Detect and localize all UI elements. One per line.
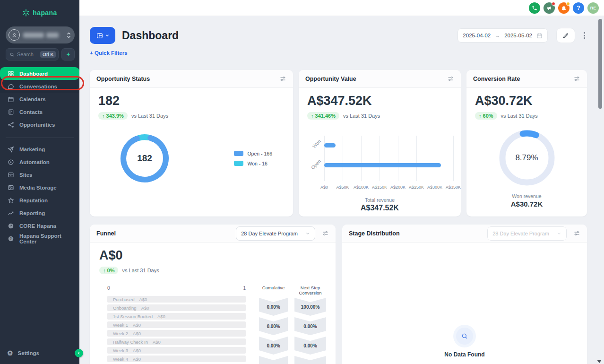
notifications-button[interactable] xyxy=(558,2,569,14)
user-avatar[interactable]: RE xyxy=(587,2,599,14)
funnel-stage-value: A$0 xyxy=(157,314,165,319)
funnel-axis-min: 0 xyxy=(107,286,110,292)
conversion-gauge-chart: 8.79% xyxy=(496,127,558,189)
compare-label: vs Last 31 Days xyxy=(131,113,168,119)
sidebar-item-automation[interactable]: Automation xyxy=(0,156,79,168)
sidebar-item-label: Marketing xyxy=(19,147,45,152)
card-settings-icon[interactable] xyxy=(279,75,286,82)
edit-dashboard-button[interactable] xyxy=(556,28,575,43)
card-title: Stage Distribution xyxy=(349,230,400,237)
card-settings-icon[interactable] xyxy=(573,230,580,237)
topbar: ? RE xyxy=(79,0,604,16)
svg-text:?: ? xyxy=(10,237,12,240)
delta-badge: ↑ 343.9% xyxy=(98,112,128,120)
value-bar-chart: Won Open A$0 A$50K A$100K A$150K A$200K … xyxy=(307,136,452,212)
card-funnel: Funnel 28 Day Elevate Program A$0 xyxy=(90,225,336,364)
card-settings-icon[interactable] xyxy=(447,75,454,82)
sidebar-item-media-storage[interactable]: Media Storage xyxy=(0,181,79,194)
notification-dot xyxy=(566,2,570,6)
card-title: Funnel xyxy=(96,230,116,237)
funnel-stage-value: A$0 xyxy=(139,297,147,302)
bar-won xyxy=(324,143,336,147)
funnel-cumulative-column: Cumulative 0.00% 0.00% 0.00% xyxy=(259,286,288,364)
x-tick: A$350K xyxy=(446,185,461,190)
no-data-label: No Data Found xyxy=(444,351,484,358)
search-placeholder: Search xyxy=(17,52,38,57)
dashboard-grid-icon xyxy=(7,70,15,78)
card-title: Opportunity Value xyxy=(305,76,356,82)
sidebar-collapse-button[interactable] xyxy=(75,349,83,357)
column-header: Cumulative xyxy=(259,286,288,297)
help-button[interactable]: ? xyxy=(573,2,584,14)
announcements-button[interactable] xyxy=(544,2,555,14)
sidebar-item-reputation[interactable]: Reputation xyxy=(0,194,79,207)
sidebar-item-dashboard[interactable]: Dashboard xyxy=(0,67,79,80)
scroll-down-arrow[interactable] xyxy=(597,360,602,363)
opportunities-network-icon xyxy=(7,121,15,129)
date-range-picker[interactable]: 2025-04-02 → 2025-05-02 xyxy=(457,28,548,43)
scrollbar-thumb[interactable] xyxy=(598,19,602,109)
funnel-row: PurchasedA$0 xyxy=(107,296,246,303)
sidebar-item-contacts[interactable]: Contacts xyxy=(0,105,79,118)
arrow-right-icon: → xyxy=(495,33,500,38)
location-selector[interactable] xyxy=(6,26,75,43)
sidebar-item-opportunities[interactable]: Opportunities xyxy=(0,118,79,131)
sidebar-item-marketing[interactable]: Marketing xyxy=(0,143,79,156)
dashboard-layout-button[interactable] xyxy=(90,27,115,44)
quick-filters-link[interactable]: + Quick Filters xyxy=(90,50,128,56)
funnel-row: Halfway Check InA$0 xyxy=(107,338,246,345)
sidebar-item-label: CORE Hapana xyxy=(19,223,56,229)
funnel-row: Week 4A$0 xyxy=(107,355,246,362)
sidebar-item-calendars[interactable]: Calendars xyxy=(0,93,79,105)
chart-legend: Open - 166 Won - 16 xyxy=(234,151,272,166)
sidebar-item-reporting[interactable]: Reporting xyxy=(0,207,79,219)
logo-text: hapana xyxy=(33,9,57,17)
sidebar-divider xyxy=(6,138,74,138)
total-revenue-label: Total revenue xyxy=(307,197,452,203)
megaphone-icon xyxy=(546,5,552,11)
layout-icon xyxy=(96,32,104,39)
card-settings-icon[interactable] xyxy=(573,75,580,82)
sidebar-item-label: Contacts xyxy=(19,109,43,115)
card-settings-icon[interactable] xyxy=(322,230,329,237)
main-content: Dashboard 2025-04-02 → 2025-05-02 xyxy=(79,16,604,364)
legend-label: Won - 16 xyxy=(247,161,267,166)
contacts-book-icon xyxy=(7,108,15,116)
funnel-stage-value: A$0 xyxy=(133,348,141,353)
search-input[interactable]: Search ctrl K xyxy=(6,48,59,61)
stage-program-select[interactable]: 28 Day Elevate Program xyxy=(487,226,567,241)
sidebar-item-core-hapana[interactable]: CORE Hapana xyxy=(0,219,79,232)
location-name-redacted xyxy=(23,33,65,38)
cumulative-segment: 0.00% xyxy=(259,317,288,335)
x-tick: A$100K xyxy=(354,185,369,190)
funnel-program-select[interactable]: 28 Day Elevate Program xyxy=(236,226,315,241)
compare-label: vs Last 31 Days xyxy=(501,113,538,119)
page-header: Dashboard 2025-04-02 → 2025-05-02 xyxy=(90,26,587,44)
star-icon xyxy=(7,197,15,204)
bar-open xyxy=(324,163,441,167)
bar-category-label: Won xyxy=(308,139,322,153)
sparkle-icon xyxy=(65,52,71,58)
select-value: 28 Day Elevate Program xyxy=(241,231,298,236)
sidebar-item-conversations[interactable]: Conversations xyxy=(0,80,79,93)
metric-value: A$30.72K xyxy=(475,94,578,108)
won-revenue-label: Won revenue xyxy=(475,193,578,199)
metric-value: 182 xyxy=(98,94,285,108)
sidebar-item-support-center[interactable]: ? Hapana Support Center xyxy=(0,232,79,245)
sidebar-item-sites[interactable]: Sites xyxy=(0,168,79,181)
sidebar-item-label: Dashboard xyxy=(19,71,48,77)
funnel-stage-value: A$0 xyxy=(153,339,161,345)
delta-badge: ↑ 341.46% xyxy=(307,112,339,120)
sidebar-item-label: Calendars xyxy=(19,96,46,102)
ai-assist-button[interactable] xyxy=(61,48,75,61)
sidebar-item-settings[interactable]: ⚙ Settings xyxy=(0,347,79,359)
funnel-stage-label: Week 4 xyxy=(113,356,128,362)
funnel-row: 1st Session BookedA$0 xyxy=(107,313,246,320)
funnel-stage-value: A$0 xyxy=(133,356,141,362)
metric-value: A$0 xyxy=(99,248,326,263)
phone-button[interactable] xyxy=(529,2,540,14)
more-options-button[interactable] xyxy=(582,30,587,41)
sidebar-item-label: Media Storage xyxy=(19,185,57,191)
image-icon xyxy=(7,184,15,191)
sidebar-item-label: Reporting xyxy=(19,210,45,216)
